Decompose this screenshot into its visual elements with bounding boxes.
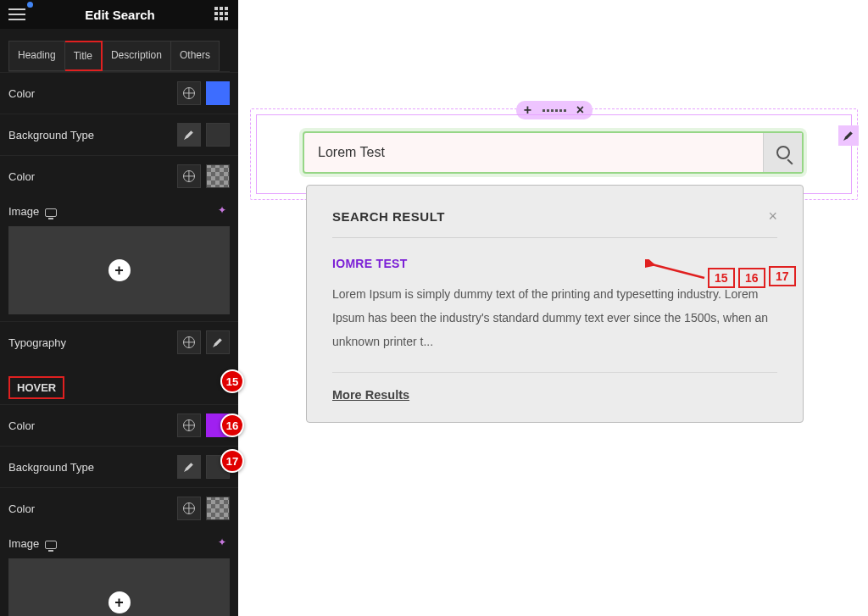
plus-icon: +	[108, 259, 131, 281]
row-image: Image	[0, 197, 238, 221]
panel-title: Edit Search	[85, 8, 155, 22]
search-icon	[776, 146, 790, 159]
typography-edit[interactable]	[206, 330, 230, 354]
brush-icon	[184, 130, 194, 140]
pencil-icon	[213, 337, 223, 347]
label-color: Color	[8, 87, 35, 100]
row-typography: Typography	[0, 321, 238, 363]
hover-label: HOVER	[8, 376, 64, 399]
label-bg-color: Color	[8, 170, 35, 183]
edit-widget-button[interactable]	[838, 125, 859, 146]
globe-icon	[183, 87, 195, 99]
row-hover-color: Color	[0, 404, 238, 446]
row-bg-color: Color	[0, 155, 238, 197]
section-hover-heading: HOVER	[0, 363, 238, 404]
result-item: IOMRE TEST Lorem Ipsum is simply dummy t…	[332, 238, 777, 373]
dynamic-tag-icon[interactable]	[218, 206, 230, 218]
label-bg-type: Background Type	[8, 129, 94, 142]
search-input[interactable]	[304, 133, 763, 172]
tab-title[interactable]: Title	[65, 41, 103, 71]
dynamic-tag-icon[interactable]	[218, 538, 230, 550]
bg-type-gradient[interactable]	[206, 123, 230, 147]
image-dropzone[interactable]: +	[8, 226, 230, 314]
row-hover-bg-color: Color	[0, 487, 238, 529]
search-widget	[303, 131, 804, 174]
hover-color-swatch[interactable]	[206, 413, 230, 437]
globe-icon	[183, 170, 195, 182]
apps-grid-icon[interactable]	[214, 7, 230, 22]
label-typography: Typography	[8, 336, 66, 349]
global-toggle-bg[interactable]	[177, 164, 201, 188]
row-hover-bg-type: Background Type	[0, 446, 238, 487]
row-hover-image: Image	[0, 529, 238, 553]
hover-bg-type-gradient[interactable]	[206, 455, 230, 479]
search-submit-button[interactable]	[763, 133, 802, 172]
menu-icon[interactable]	[8, 8, 25, 20]
row-bg-type: Background Type	[0, 114, 238, 155]
global-toggle[interactable]	[177, 81, 201, 105]
bg-type-classic[interactable]	[177, 123, 201, 147]
brush-icon	[184, 462, 194, 472]
hover-bg-type-classic[interactable]	[177, 455, 201, 479]
globe-icon	[183, 336, 195, 348]
hover-bg-global[interactable]	[177, 497, 201, 520]
hover-color-global[interactable]	[177, 413, 201, 437]
globe-icon	[183, 502, 195, 514]
label-hover-color: Color	[8, 419, 35, 432]
tab-heading[interactable]: Heading	[8, 41, 65, 71]
label-hover-bg-type: Background Type	[8, 461, 94, 474]
sidebar-header: Edit Search	[0, 0, 238, 29]
editor-sidebar: Edit Search Heading Title Description Ot…	[0, 0, 238, 616]
typography-global[interactable]	[177, 330, 201, 354]
pencil-icon	[843, 130, 854, 141]
label-hover-bg-color: Color	[8, 502, 35, 515]
responsive-icon[interactable]	[45, 208, 57, 217]
result-excerpt: Lorem Ipsum is simply dummy text of the …	[332, 282, 777, 353]
tab-description[interactable]: Description	[103, 41, 171, 71]
style-tabs: Heading Title Description Others	[8, 41, 230, 72]
more-results-link[interactable]: More Results	[332, 373, 777, 402]
result-title[interactable]: IOMRE TEST	[332, 257, 777, 270]
plus-icon: +	[108, 591, 131, 613]
hover-image-dropzone[interactable]: +	[8, 558, 230, 616]
label-image: Image	[8, 205, 57, 218]
globe-icon	[183, 419, 195, 431]
hover-bg-swatch[interactable]	[206, 497, 230, 520]
preview-canvas: + × SEARCH RESULT × IOMRE TEST Lorem Ips…	[238, 0, 868, 616]
results-heading: SEARCH RESULT	[332, 209, 445, 224]
close-results-button[interactable]: ×	[768, 208, 777, 225]
responsive-icon[interactable]	[45, 541, 57, 549]
color-swatch[interactable]	[206, 81, 230, 105]
label-hover-image: Image	[8, 537, 57, 550]
search-results-panel: SEARCH RESULT × IOMRE TEST Lorem Ipsum i…	[306, 185, 804, 423]
row-color: Color	[0, 72, 238, 114]
bg-color-swatch[interactable]	[206, 164, 230, 188]
unsaved-indicator-dot	[27, 2, 33, 8]
tab-others[interactable]: Others	[171, 41, 220, 71]
